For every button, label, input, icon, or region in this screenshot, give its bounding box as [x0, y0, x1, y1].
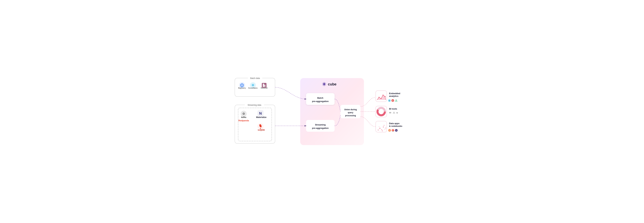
bigquery-label: BigQuery	[238, 87, 246, 89]
kafka-label: kafka	[241, 116, 246, 118]
ksqldb-icon	[258, 123, 264, 129]
svg-text:❄: ❄	[252, 83, 254, 87]
dataapps-title2: & notebooks	[389, 125, 402, 127]
svg-point-38	[385, 128, 386, 129]
dataapps-icon-box	[376, 121, 387, 132]
svg-text:N: N	[259, 111, 262, 115]
svg-point-19	[380, 98, 382, 99]
union-label1: Union during	[344, 108, 357, 111]
streaming-data-box	[235, 105, 275, 143]
bi-logo1: ∞	[389, 111, 391, 114]
svg-point-31	[379, 128, 380, 129]
kafka-icon: ⚙	[241, 111, 247, 117]
svg-text:=: =	[396, 130, 397, 132]
bi-logo2: ⁂	[393, 111, 395, 114]
batch-data-label: Batch data	[250, 77, 260, 79]
redpanda-label: Redpanda	[238, 119, 249, 122]
batch-pre-agg-label2: pre-aggregation	[312, 100, 329, 103]
union-label3: processing	[345, 114, 356, 117]
svg-point-30	[378, 130, 379, 131]
svg-point-20	[382, 95, 384, 96]
svg-point-37	[384, 125, 384, 126]
svg-text:▶: ▶	[396, 100, 397, 102]
redshift-label: Redshift	[261, 87, 268, 89]
batch-pre-agg-label: Batch	[317, 97, 323, 99]
cube-label: cube	[328, 82, 336, 86]
materialize-label: Materialize	[256, 116, 266, 118]
ksqldb-label: ksqlDB	[258, 129, 265, 131]
analytics-title1: Embedded	[389, 92, 400, 95]
union-label2: query	[348, 111, 353, 114]
svg-point-35	[379, 126, 379, 127]
svg-point-32	[381, 129, 382, 130]
svg-text:⛵: ⛵	[392, 129, 394, 132]
analytics-title2: analytics	[389, 95, 398, 97]
snowflakes-label: Snowflakes	[248, 87, 258, 89]
dataapps-title1: Data apps	[389, 122, 400, 125]
svg-text:◊: ◊	[389, 130, 390, 132]
svg-point-36	[382, 130, 383, 131]
diagram-container: cube Batch pre-aggregation Streaming pre…	[230, 71, 414, 152]
bi-tools-title: BI tools	[389, 108, 397, 110]
svg-text:⚙: ⚙	[242, 112, 245, 115]
svg-point-34	[384, 129, 385, 130]
svg-rect-10	[264, 85, 266, 87]
svg-point-33	[383, 126, 384, 128]
streaming-data-label: Streaming data	[248, 104, 261, 106]
svg-point-18	[378, 97, 380, 98]
streaming-pre-agg-label: Streaming	[315, 123, 326, 126]
streaming-pre-agg-label2: pre-aggregation	[312, 127, 329, 129]
materialize-icon: N	[258, 110, 264, 116]
svg-point-21	[384, 96, 386, 97]
svg-rect-9	[263, 84, 264, 87]
svg-text:⚛: ⚛	[388, 100, 390, 102]
svg-text:A: A	[392, 100, 394, 102]
bi-logo3: ≋	[396, 111, 398, 114]
